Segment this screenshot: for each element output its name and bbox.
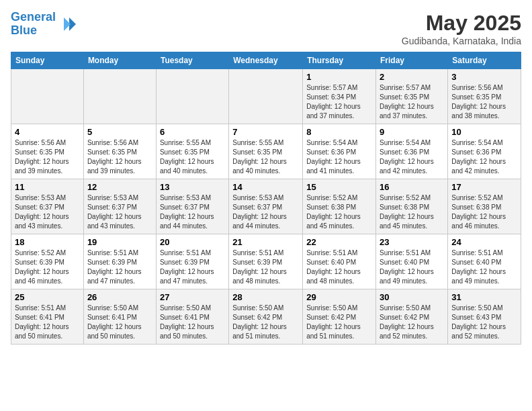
day-header: Thursday (303, 52, 376, 69)
day-number: 29 (306, 292, 372, 302)
day-info: Sunrise: 5:50 AM Sunset: 6:41 PM Dayligh… (87, 304, 152, 341)
calendar-week-row: 11Sunrise: 5:53 AM Sunset: 6:37 PM Dayli… (11, 179, 521, 234)
day-number: 14 (232, 182, 299, 192)
calendar-cell: 28Sunrise: 5:50 AM Sunset: 6:42 PM Dayli… (229, 289, 303, 345)
main-title: May 2025 (402, 11, 521, 36)
day-number: 17 (451, 182, 517, 192)
calendar-cell: 4Sunrise: 5:56 AM Sunset: 6:35 PM Daylig… (11, 124, 84, 179)
calendar-cell (229, 69, 303, 124)
calendar-week-row: 18Sunrise: 5:52 AM Sunset: 6:39 PM Dayli… (11, 234, 521, 289)
calendar-cell: 9Sunrise: 5:54 AM Sunset: 6:36 PM Daylig… (376, 124, 448, 179)
calendar-cell (83, 69, 156, 124)
calendar-cell: 26Sunrise: 5:50 AM Sunset: 6:41 PM Dayli… (83, 289, 156, 345)
day-info: Sunrise: 5:56 AM Sunset: 6:35 PM Dayligh… (15, 138, 80, 176)
calendar-cell: 22Sunrise: 5:51 AM Sunset: 6:40 PM Dayli… (303, 234, 376, 289)
day-info: Sunrise: 5:51 AM Sunset: 6:39 PM Dayligh… (87, 248, 152, 286)
day-number: 27 (160, 292, 225, 302)
day-info: Sunrise: 5:53 AM Sunset: 6:37 PM Dayligh… (232, 193, 299, 231)
calendar-cell: 16Sunrise: 5:52 AM Sunset: 6:38 PM Dayli… (376, 179, 448, 234)
day-number: 20 (160, 237, 225, 247)
calendar-table: SundayMondayTuesdayWednesdayThursdayFrid… (11, 52, 521, 345)
calendar-cell (11, 69, 84, 124)
logo-icon (57, 14, 77, 34)
day-info: Sunrise: 5:54 AM Sunset: 6:36 PM Dayligh… (451, 138, 517, 176)
logo-text: GeneralBlue (11, 11, 56, 38)
day-number: 31 (451, 292, 517, 302)
calendar-cell: 2Sunrise: 5:57 AM Sunset: 6:35 PM Daylig… (376, 69, 448, 124)
calendar-cell: 23Sunrise: 5:51 AM Sunset: 6:40 PM Dayli… (376, 234, 448, 289)
day-number: 1 (306, 72, 372, 82)
day-info: Sunrise: 5:55 AM Sunset: 6:35 PM Dayligh… (160, 138, 225, 176)
calendar-cell: 14Sunrise: 5:53 AM Sunset: 6:37 PM Dayli… (229, 179, 303, 234)
calendar-cell: 7Sunrise: 5:55 AM Sunset: 6:35 PM Daylig… (229, 124, 303, 179)
day-header: Saturday (448, 52, 521, 69)
logo: GeneralBlue (11, 11, 77, 38)
day-number: 10 (451, 127, 517, 137)
calendar-cell: 15Sunrise: 5:52 AM Sunset: 6:38 PM Dayli… (303, 179, 376, 234)
day-info: Sunrise: 5:55 AM Sunset: 6:35 PM Dayligh… (232, 138, 299, 176)
day-info: Sunrise: 5:52 AM Sunset: 6:38 PM Dayligh… (451, 193, 517, 231)
calendar-cell: 18Sunrise: 5:52 AM Sunset: 6:39 PM Dayli… (11, 234, 84, 289)
day-info: Sunrise: 5:53 AM Sunset: 6:37 PM Dayligh… (160, 193, 225, 231)
calendar-cell: 5Sunrise: 5:56 AM Sunset: 6:35 PM Daylig… (83, 124, 156, 179)
day-info: Sunrise: 5:50 AM Sunset: 6:42 PM Dayligh… (380, 304, 444, 341)
calendar-cell: 31Sunrise: 5:50 AM Sunset: 6:43 PM Dayli… (448, 289, 521, 345)
calendar-cell: 30Sunrise: 5:50 AM Sunset: 6:42 PM Dayli… (376, 289, 448, 345)
day-info: Sunrise: 5:54 AM Sunset: 6:36 PM Dayligh… (380, 138, 444, 176)
day-info: Sunrise: 5:54 AM Sunset: 6:36 PM Dayligh… (306, 138, 372, 176)
day-info: Sunrise: 5:51 AM Sunset: 6:39 PM Dayligh… (160, 248, 225, 286)
day-number: 15 (306, 182, 372, 192)
calendar-week-row: 1Sunrise: 5:57 AM Sunset: 6:34 PM Daylig… (11, 69, 521, 124)
day-info: Sunrise: 5:57 AM Sunset: 6:35 PM Dayligh… (380, 83, 444, 121)
calendar-body: 1Sunrise: 5:57 AM Sunset: 6:34 PM Daylig… (11, 69, 521, 345)
day-info: Sunrise: 5:51 AM Sunset: 6:40 PM Dayligh… (380, 248, 444, 286)
day-number: 3 (451, 72, 517, 82)
day-number: 6 (160, 127, 225, 137)
calendar-week-row: 4Sunrise: 5:56 AM Sunset: 6:35 PM Daylig… (11, 124, 521, 179)
calendar-cell: 27Sunrise: 5:50 AM Sunset: 6:41 PM Dayli… (156, 289, 228, 345)
day-number: 16 (380, 182, 444, 192)
day-info: Sunrise: 5:53 AM Sunset: 6:37 PM Dayligh… (15, 193, 80, 231)
day-info: Sunrise: 5:53 AM Sunset: 6:37 PM Dayligh… (87, 193, 152, 231)
calendar-cell: 21Sunrise: 5:51 AM Sunset: 6:39 PM Dayli… (229, 234, 303, 289)
day-number: 12 (87, 182, 152, 192)
day-info: Sunrise: 5:51 AM Sunset: 6:40 PM Dayligh… (306, 248, 372, 286)
calendar-cell: 8Sunrise: 5:54 AM Sunset: 6:36 PM Daylig… (303, 124, 376, 179)
day-number: 18 (15, 237, 80, 247)
day-number: 21 (232, 237, 299, 247)
day-number: 24 (451, 237, 517, 247)
day-info: Sunrise: 5:51 AM Sunset: 6:39 PM Dayligh… (232, 248, 299, 286)
calendar-cell: 19Sunrise: 5:51 AM Sunset: 6:39 PM Dayli… (83, 234, 156, 289)
day-number: 11 (15, 182, 80, 192)
day-number: 28 (232, 292, 299, 302)
calendar-cell: 12Sunrise: 5:53 AM Sunset: 6:37 PM Dayli… (83, 179, 156, 234)
calendar-cell (156, 69, 228, 124)
day-number: 23 (380, 237, 444, 247)
day-number: 26 (87, 292, 152, 302)
calendar-cell: 6Sunrise: 5:55 AM Sunset: 6:35 PM Daylig… (156, 124, 228, 179)
day-number: 19 (87, 237, 152, 247)
day-info: Sunrise: 5:50 AM Sunset: 6:41 PM Dayligh… (160, 304, 225, 341)
calendar-header-row: SundayMondayTuesdayWednesdayThursdayFrid… (11, 52, 521, 69)
day-header: Wednesday (229, 52, 303, 69)
day-number: 30 (380, 292, 444, 302)
day-info: Sunrise: 5:50 AM Sunset: 6:43 PM Dayligh… (451, 304, 517, 341)
day-info: Sunrise: 5:57 AM Sunset: 6:34 PM Dayligh… (306, 83, 372, 121)
day-number: 25 (15, 292, 80, 302)
day-info: Sunrise: 5:52 AM Sunset: 6:38 PM Dayligh… (380, 193, 444, 231)
calendar-cell: 13Sunrise: 5:53 AM Sunset: 6:37 PM Dayli… (156, 179, 228, 234)
calendar-cell: 29Sunrise: 5:50 AM Sunset: 6:42 PM Dayli… (303, 289, 376, 345)
day-number: 22 (306, 237, 372, 247)
day-info: Sunrise: 5:56 AM Sunset: 6:35 PM Dayligh… (87, 138, 152, 176)
day-number: 5 (87, 127, 152, 137)
calendar-cell: 1Sunrise: 5:57 AM Sunset: 6:34 PM Daylig… (303, 69, 376, 124)
day-info: Sunrise: 5:52 AM Sunset: 6:39 PM Dayligh… (15, 248, 80, 286)
day-info: Sunrise: 5:51 AM Sunset: 6:41 PM Dayligh… (15, 304, 80, 341)
subtitle: Gudibanda, Karnataka, India (402, 36, 521, 46)
calendar-cell: 11Sunrise: 5:53 AM Sunset: 6:37 PM Dayli… (11, 179, 84, 234)
day-info: Sunrise: 5:51 AM Sunset: 6:40 PM Dayligh… (451, 248, 517, 286)
calendar-cell: 3Sunrise: 5:56 AM Sunset: 6:35 PM Daylig… (448, 69, 521, 124)
calendar-cell: 10Sunrise: 5:54 AM Sunset: 6:36 PM Dayli… (448, 124, 521, 179)
day-number: 4 (15, 127, 80, 137)
calendar-cell: 24Sunrise: 5:51 AM Sunset: 6:40 PM Dayli… (448, 234, 521, 289)
